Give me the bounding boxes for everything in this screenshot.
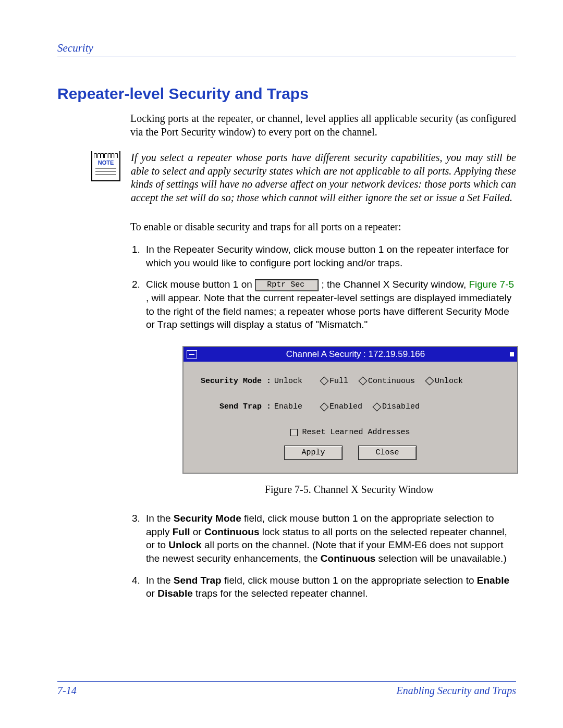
steps-list-cont: In the Security Mode field, click mouse … bbox=[130, 512, 516, 600]
step-3: In the Security Mode field, click mouse … bbox=[143, 512, 516, 565]
send-trap-value: Enable bbox=[274, 402, 321, 412]
rptr-sec-button[interactable]: Rptr Sec bbox=[255, 279, 319, 291]
security-mode-label: Security Mode : bbox=[201, 377, 271, 386]
intro-paragraph: Locking ports at the repeater, or channe… bbox=[130, 112, 516, 139]
send-trap-option-disabled[interactable]: Disabled bbox=[374, 402, 420, 412]
page-footer: 7-14 Enabling Security and Traps bbox=[57, 681, 516, 697]
send-trap-option-enabled[interactable]: Enabled bbox=[321, 402, 362, 412]
figure-7-5: Channel A Security : 172.19.59.166 Secur… bbox=[182, 346, 516, 496]
note-text: If you select a repeater whose ports hav… bbox=[131, 151, 516, 204]
heading-repeater-level: Repeater-level Security and Traps bbox=[57, 85, 516, 103]
security-mode-row: Security Mode : Unlock Full Continuous U… bbox=[193, 376, 508, 386]
footer-section: Enabling Security and Traps bbox=[397, 685, 516, 697]
security-mode-option-continuous[interactable]: Continuous bbox=[360, 376, 415, 386]
page-number: 7-14 bbox=[57, 685, 77, 697]
running-header: Security bbox=[57, 42, 516, 56]
figure-ref-7-5[interactable]: Figure 7-5 bbox=[469, 279, 514, 290]
security-mode-option-full[interactable]: Full bbox=[321, 376, 348, 386]
security-mode-value: Unlock bbox=[274, 376, 321, 386]
close-button[interactable]: Close bbox=[358, 446, 417, 460]
diamond-icon bbox=[320, 402, 329, 411]
send-trap-row: Send Trap : Enable Enabled Disabled bbox=[193, 402, 508, 412]
system-menu-icon[interactable] bbox=[187, 350, 197, 359]
diamond-icon bbox=[425, 377, 434, 386]
send-trap-label: Send Trap : bbox=[219, 402, 271, 411]
diamond-icon bbox=[359, 377, 368, 386]
window-title: Channel A Security : 172.19.59.166 bbox=[201, 349, 510, 360]
channel-security-window: Channel A Security : 172.19.59.166 Secur… bbox=[182, 346, 518, 474]
step-1: In the Repeater Security window, click m… bbox=[143, 243, 516, 269]
apply-button[interactable]: Apply bbox=[284, 446, 342, 460]
security-mode-option-unlock[interactable]: Unlock bbox=[426, 376, 463, 386]
diamond-icon bbox=[373, 402, 382, 411]
note-label: NOTE bbox=[94, 159, 118, 166]
diamond-icon bbox=[320, 377, 329, 386]
page: Security Repeater-level Security and Tra… bbox=[0, 0, 563, 728]
body-column: Locking ports at the repeater, or channe… bbox=[130, 112, 516, 139]
note-icon: NOTE bbox=[91, 151, 120, 181]
step-2: Click mouse button 1 on Rptr Sec ; the C… bbox=[143, 278, 516, 331]
steps-intro: To enable or disable security and traps … bbox=[130, 220, 516, 234]
reset-learned-addresses[interactable]: Reset Learned Addresses bbox=[290, 427, 410, 437]
steps-list: In the Repeater Security window, click m… bbox=[130, 243, 516, 331]
window-corner-icon[interactable] bbox=[510, 352, 514, 356]
figure-caption: Figure 7-5. Channel X Security Window bbox=[182, 483, 516, 497]
step-4: In the Send Trap field, click mouse butt… bbox=[143, 574, 516, 600]
note-block: NOTE If you select a repeater whose port… bbox=[57, 151, 516, 204]
window-titlebar: Channel A Security : 172.19.59.166 bbox=[183, 347, 517, 362]
checkbox-icon bbox=[290, 429, 298, 436]
